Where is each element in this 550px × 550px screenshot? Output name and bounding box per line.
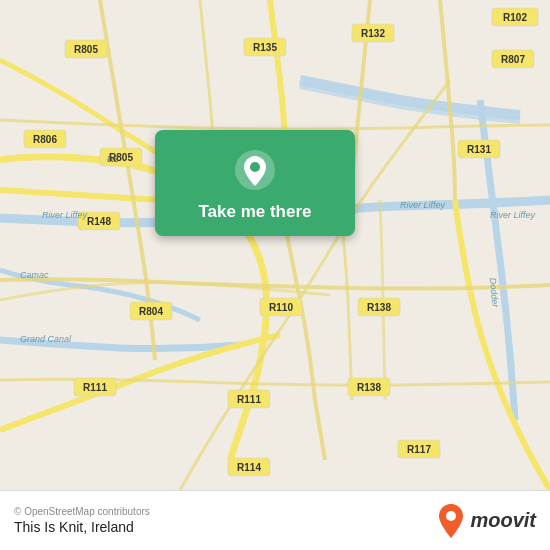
- svg-text:River Liffey: River Liffey: [42, 210, 88, 220]
- footer-left: © OpenStreetMap contributors This Is Kni…: [14, 506, 150, 535]
- svg-rect-0: [0, 0, 550, 490]
- moovit-pin-icon: [437, 503, 465, 539]
- moovit-logo-text: moovit: [470, 509, 536, 532]
- svg-text:River Liffey: River Liffey: [490, 210, 536, 220]
- map-container: R102 R805 R806 R135 R132 R807 R131 R805 …: [0, 0, 550, 490]
- take-me-there-card[interactable]: Take me there: [155, 130, 355, 236]
- svg-point-44: [446, 511, 456, 521]
- svg-text:Camac: Camac: [20, 270, 49, 280]
- svg-text:as: as: [107, 152, 119, 164]
- svg-text:R111: R111: [237, 394, 261, 405]
- svg-text:Grand Canal: Grand Canal: [20, 334, 72, 344]
- copyright-text: © OpenStreetMap contributors: [14, 506, 150, 517]
- svg-text:R148: R148: [87, 216, 111, 227]
- location-name: This Is Knit, Ireland: [14, 519, 150, 535]
- take-me-there-button-label: Take me there: [198, 202, 311, 222]
- svg-text:R132: R132: [361, 28, 385, 39]
- svg-text:R135: R135: [253, 42, 277, 53]
- moovit-logo[interactable]: moovit: [437, 503, 536, 539]
- svg-text:R110: R110: [269, 302, 293, 313]
- footer-bar: © OpenStreetMap contributors This Is Kni…: [0, 490, 550, 550]
- svg-text:R114: R114: [237, 462, 261, 473]
- svg-text:R805: R805: [74, 44, 98, 55]
- location-pin-icon: [233, 148, 277, 192]
- svg-text:R117: R117: [407, 444, 431, 455]
- svg-text:R807: R807: [501, 54, 525, 65]
- svg-text:R806: R806: [33, 134, 57, 145]
- svg-text:R131: R131: [467, 144, 491, 155]
- svg-text:R138: R138: [357, 382, 381, 393]
- svg-point-43: [250, 162, 260, 172]
- svg-text:R138: R138: [367, 302, 391, 313]
- svg-text:R111: R111: [83, 382, 107, 393]
- svg-text:R102: R102: [503, 12, 527, 23]
- map-background: R102 R805 R806 R135 R132 R807 R131 R805 …: [0, 0, 550, 490]
- svg-text:River Liffey: River Liffey: [400, 200, 446, 210]
- svg-text:R804: R804: [139, 306, 163, 317]
